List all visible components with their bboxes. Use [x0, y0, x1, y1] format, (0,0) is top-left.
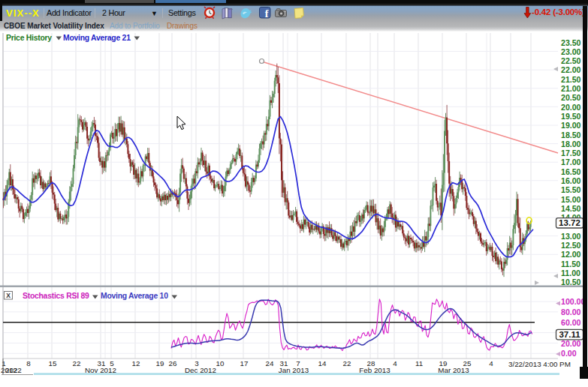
- svg-text:16.00: 16.00: [561, 176, 581, 185]
- svg-text:0.00: 0.00: [561, 349, 577, 358]
- svg-text:37.11: 37.11: [559, 330, 580, 339]
- svg-text:22.00: 22.00: [561, 65, 581, 74]
- svg-text:17.00: 17.00: [561, 158, 581, 166]
- svg-text:Moving Average 21: Moving Average 21: [63, 34, 131, 42]
- svg-text:12.50: 12.50: [561, 241, 581, 250]
- svg-text:23.00: 23.00: [561, 47, 581, 56]
- svg-text:17.50: 17.50: [561, 148, 581, 158]
- svg-text:13.00: 13.00: [561, 232, 581, 241]
- svg-text:Price History: Price History: [6, 34, 52, 42]
- svg-text:12.00: 12.00: [561, 250, 581, 259]
- svg-text:4: 4: [489, 359, 493, 368]
- svg-text:18.50: 18.50: [561, 130, 581, 140]
- svg-text:X: X: [6, 292, 11, 299]
- svg-text:23.50: 23.50: [561, 38, 581, 47]
- svg-text:8: 8: [26, 359, 31, 368]
- svg-text:16.50: 16.50: [561, 167, 581, 176]
- svg-text:18.00: 18.00: [561, 140, 581, 148]
- svg-text:22: 22: [73, 359, 81, 368]
- svg-text:20.50: 20.50: [561, 93, 581, 102]
- svg-text:14.50: 14.50: [561, 204, 581, 213]
- svg-text:60.00: 60.00: [561, 318, 581, 327]
- svg-text:17: 17: [240, 359, 249, 368]
- svg-text:10: 10: [216, 359, 225, 368]
- svg-text:10.50: 10.50: [561, 278, 581, 286]
- svg-text:22: 22: [343, 359, 351, 368]
- svg-text:11.50: 11.50: [561, 260, 580, 268]
- svg-text:21.50: 21.50: [561, 75, 581, 84]
- svg-text:12: 12: [132, 359, 140, 368]
- svg-text:19.50: 19.50: [561, 112, 581, 121]
- svg-text:11.00: 11.00: [561, 268, 580, 278]
- svg-text:14: 14: [318, 359, 327, 368]
- svg-text:15.00: 15.00: [561, 195, 581, 204]
- svg-text:Moving Average 10: Moving Average 10: [101, 292, 168, 300]
- svg-text:3/22/2013 4:00 PM: 3/22/2013 4:00 PM: [508, 360, 571, 368]
- svg-text:Stochastics RSI 89: Stochastics RSI 89: [23, 292, 89, 300]
- svg-text:22.50: 22.50: [561, 56, 581, 65]
- svg-text:13.72: 13.72: [559, 218, 580, 227]
- svg-text:19: 19: [156, 359, 164, 368]
- svg-text:4: 4: [393, 359, 397, 368]
- svg-text:80.00: 80.00: [561, 308, 581, 316]
- svg-text:2022: 2022: [5, 366, 22, 374]
- svg-text:15.50: 15.50: [561, 185, 581, 194]
- svg-text:20.00: 20.00: [561, 103, 581, 112]
- svg-text:11: 11: [415, 359, 423, 368]
- svg-text:21.00: 21.00: [561, 84, 581, 93]
- svg-text:26: 26: [169, 359, 177, 368]
- svg-text:19.00: 19.00: [561, 121, 581, 130]
- svg-text:24: 24: [266, 359, 274, 368]
- svg-text:100.00: 100.00: [561, 297, 586, 306]
- svg-text:15: 15: [49, 359, 57, 368]
